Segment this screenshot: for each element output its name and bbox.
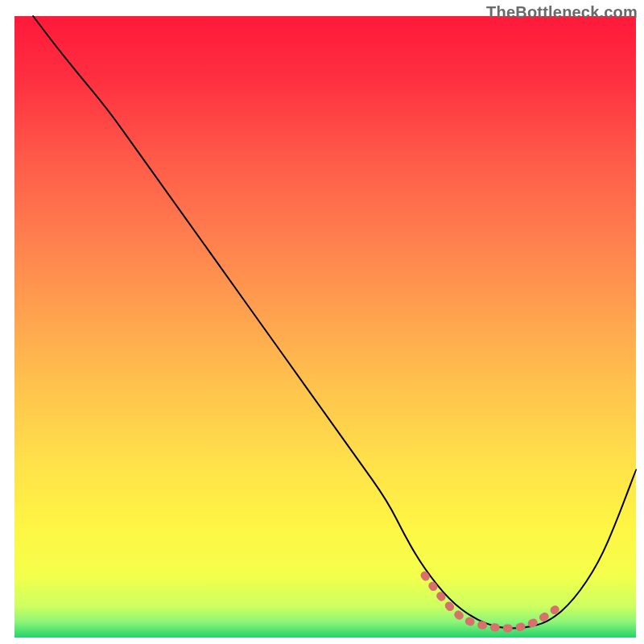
watermark-text: TheBottleneck.com <box>486 3 638 22</box>
bottleneck-chart <box>0 0 644 644</box>
